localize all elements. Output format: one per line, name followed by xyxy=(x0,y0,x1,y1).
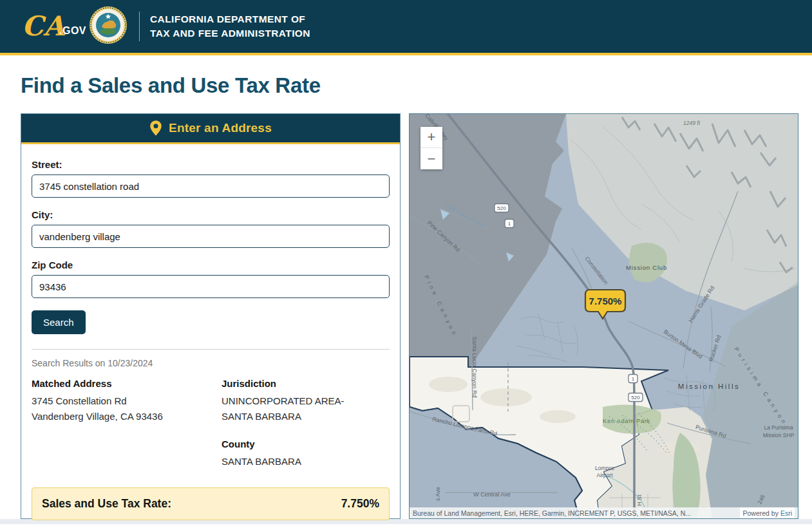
matched-address-label: Matched Address xyxy=(32,378,222,389)
jurisdiction-county-block: Jurisdiction UNINCORPORATED AREA-SANTA B… xyxy=(222,378,390,469)
map-attribution-bar: Bureau of Land Management, Esri, HERE, G… xyxy=(410,507,798,518)
map-label: 1249 ft xyxy=(683,120,701,126)
county-value: SANTA BARBARA xyxy=(222,454,390,469)
department-name: CALIFORNIA DEPARTMENT OF TAX AND FEE ADM… xyxy=(150,12,310,40)
map-label: Mission Hills xyxy=(678,382,740,390)
map-canvas[interactable]: Cabrillo HwyLake Canyon RdPine Canyon Rd… xyxy=(410,114,798,519)
street-input[interactable] xyxy=(32,174,390,198)
map-attribution-text: Bureau of Land Management, Esri, HERE, G… xyxy=(413,509,691,517)
map[interactable]: Cabrillo HwyLake Canyon RdPine Canyon Rd… xyxy=(409,113,798,519)
header-divider xyxy=(139,12,140,41)
search-results: Matched Address 3745 Constellation Rd Va… xyxy=(32,378,390,469)
matched-address-block: Matched Address 3745 Constellation Rd Va… xyxy=(32,378,222,469)
zip-label: Zip Code xyxy=(32,259,390,270)
map-zoom-out-button[interactable]: − xyxy=(420,148,442,169)
search-results-date: Search Results on 10/23/2024 xyxy=(32,358,390,368)
map-zoom-control: + − xyxy=(420,127,442,169)
county-label: County xyxy=(222,438,390,449)
map-label: La Purisima xyxy=(764,424,793,431)
map-label: Mission Club xyxy=(626,264,667,271)
map-label: Lompoc xyxy=(595,465,615,471)
ca-gov-logo-gov: .GOV xyxy=(59,25,86,37)
address-panel-header: Enter an Address xyxy=(21,114,400,144)
route-shield-number: 1 xyxy=(508,221,511,227)
map-zoom-in-button[interactable]: + xyxy=(420,127,442,148)
search-button[interactable]: Search xyxy=(32,310,86,334)
jurisdiction-label: Jurisdiction xyxy=(222,378,390,389)
map-label: s Ave xyxy=(435,487,441,501)
route-shield-number: 520 xyxy=(631,395,640,401)
street-label: Street: xyxy=(32,159,390,170)
tax-rate-label: Sales and Use Tax Rate: xyxy=(42,497,171,511)
page-title: Find a Sales and Use Tax Rate xyxy=(21,73,812,98)
jurisdiction-value: UNINCORPORATED AREA-SANTA BARBARA xyxy=(222,393,370,424)
main-content: Find a Sales and Use Tax Rate Enter an A… xyxy=(0,55,812,519)
city-label: City: xyxy=(32,209,390,220)
map-label: Mission SHP xyxy=(763,432,795,438)
powered-by-esri: Powered by Esri xyxy=(740,507,795,518)
address-panel-title: Enter an Address xyxy=(169,121,272,135)
esri-link[interactable]: Esri xyxy=(780,509,792,517)
tax-rate-box: Sales and Use Tax Rate: 7.750% xyxy=(32,487,390,520)
map-label: H St xyxy=(636,495,643,506)
zip-input[interactable] xyxy=(32,275,390,298)
matched-address-line2: Vandenberg Village, CA 93436 xyxy=(32,409,222,424)
matched-address-line1: 3745 Constellation Rd xyxy=(32,393,222,409)
ca-gov-logo[interactable]: CA .GOV xyxy=(22,15,72,38)
ca-gov-logo-script: CA xyxy=(22,15,64,38)
route-shield-number: 1 xyxy=(632,376,635,382)
site-header: CA .GOV CALIFORNIA DEPARTMENT OF TAX AND… xyxy=(0,0,812,55)
tax-rate-value: 7.750% xyxy=(341,497,379,511)
location-pin-icon xyxy=(149,120,162,137)
marker-rate-text: 7.750% xyxy=(589,296,622,306)
address-panel: Enter an Address Street: City: Zip Code … xyxy=(21,113,401,519)
route-shield-number: 520 xyxy=(497,205,506,211)
map-label: W Central Ave xyxy=(473,491,510,498)
results-divider xyxy=(32,349,390,350)
map-label: Santa Lucia Canyon Rd xyxy=(471,336,478,397)
cdtfa-seal-icon xyxy=(89,6,127,47)
map-label: Airport xyxy=(596,472,613,478)
map-label: Ken Adam Park xyxy=(603,417,650,424)
city-input[interactable] xyxy=(32,225,390,248)
